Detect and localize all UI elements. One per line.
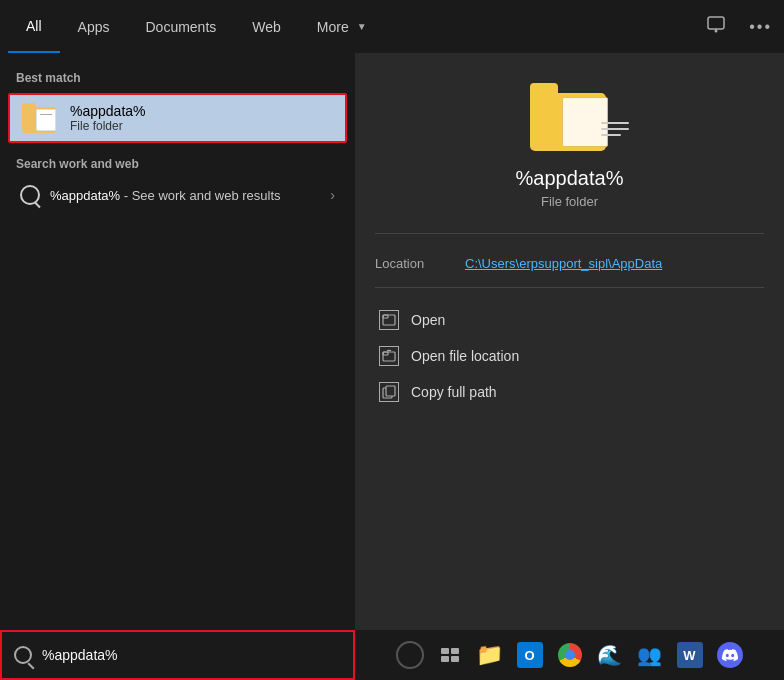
svg-rect-0 xyxy=(708,17,724,29)
chevron-right-icon: › xyxy=(330,187,335,203)
search-web-icon xyxy=(20,185,40,205)
search-box[interactable]: %appdata% xyxy=(0,630,355,680)
svg-rect-3 xyxy=(383,315,395,325)
taskbar-icons: 📁 O 🌊 👥 W xyxy=(355,637,784,673)
svg-rect-9 xyxy=(386,386,395,396)
feedback-icon[interactable] xyxy=(703,12,729,42)
open-location-icon xyxy=(379,346,399,366)
copy-path-action[interactable]: Copy full path xyxy=(375,374,764,410)
nav-tabs: All Apps Documents Web More ▼ xyxy=(8,0,703,53)
cortana-button[interactable] xyxy=(392,637,428,673)
cortana-icon xyxy=(396,641,424,669)
tab-web[interactable]: Web xyxy=(234,0,299,53)
right-folder-icon xyxy=(530,83,610,151)
taskbar: %appdata% 📁 O xyxy=(0,630,784,680)
search-work-web-label: Search work and web xyxy=(0,147,355,175)
word-icon: W xyxy=(677,642,703,668)
search-web-suffix: - See work and web results xyxy=(120,188,280,203)
actions-divider xyxy=(375,287,764,288)
location-row: Location C:\Users\erpsupport_sipl\AppDat… xyxy=(375,250,764,277)
tab-apps[interactable]: Apps xyxy=(60,0,128,53)
right-panel: %appdata% File folder Location C:\Users\… xyxy=(355,53,784,630)
best-match-text: %appdata% File folder xyxy=(70,103,146,133)
right-subtitle: File folder xyxy=(541,194,598,209)
edge-button[interactable]: 🌊 xyxy=(592,637,628,673)
open-file-location-action[interactable]: Open file location xyxy=(375,338,764,374)
main-container: Best match %appdata% File folder Search … xyxy=(0,53,784,630)
right-title: %appdata% xyxy=(516,167,624,190)
task-view-icon xyxy=(441,648,459,662)
best-match-label: Best match xyxy=(0,65,355,89)
best-match-item[interactable]: %appdata% File folder xyxy=(8,93,347,143)
file-explorer-icon: 📁 xyxy=(476,642,503,668)
svg-rect-6 xyxy=(383,352,388,355)
discord-icon xyxy=(717,642,743,668)
teams-button[interactable]: 👥 xyxy=(632,637,668,673)
file-explorer-button[interactable]: 📁 xyxy=(472,637,508,673)
search-web-item[interactable]: %appdata% - See work and web results › xyxy=(8,177,347,213)
open-label: Open xyxy=(411,312,445,328)
info-divider xyxy=(375,233,764,234)
task-view-button[interactable] xyxy=(432,637,468,673)
search-box-icon xyxy=(14,646,32,664)
location-label: Location xyxy=(375,256,465,271)
search-input[interactable]: %appdata% xyxy=(42,647,341,663)
svg-rect-5 xyxy=(383,352,395,361)
copy-path-icon xyxy=(379,382,399,402)
search-web-text: %appdata% - See work and web results xyxy=(50,188,330,203)
chrome-button[interactable] xyxy=(552,637,588,673)
chevron-down-icon: ▼ xyxy=(357,21,367,32)
outlook-button[interactable]: O xyxy=(512,637,548,673)
folder-icon xyxy=(22,103,58,133)
chrome-icon xyxy=(558,643,582,667)
location-path[interactable]: C:\Users\erpsupport_sipl\AppData xyxy=(465,256,662,271)
tab-more[interactable]: More ▼ xyxy=(299,0,385,53)
nav-right: ••• xyxy=(703,12,776,42)
search-web-query: %appdata% xyxy=(50,188,120,203)
teams-icon: 👥 xyxy=(637,643,662,667)
ellipsis-icon[interactable]: ••• xyxy=(745,14,776,40)
outlook-icon: O xyxy=(517,642,543,668)
edge-icon: 🌊 xyxy=(597,643,622,667)
word-button[interactable]: W xyxy=(672,637,708,673)
discord-button[interactable] xyxy=(712,637,748,673)
open-location-label: Open file location xyxy=(411,348,519,364)
copy-path-label: Copy full path xyxy=(411,384,497,400)
open-icon xyxy=(379,310,399,330)
left-panel: Best match %appdata% File folder Search … xyxy=(0,53,355,630)
best-match-title: %appdata% xyxy=(70,103,146,119)
open-action[interactable]: Open xyxy=(375,302,764,338)
svg-rect-4 xyxy=(383,315,388,318)
tab-all[interactable]: All xyxy=(8,0,60,53)
top-navigation: All Apps Documents Web More ▼ ••• xyxy=(0,0,784,53)
best-match-subtitle: File folder xyxy=(70,119,146,133)
tab-documents[interactable]: Documents xyxy=(127,0,234,53)
